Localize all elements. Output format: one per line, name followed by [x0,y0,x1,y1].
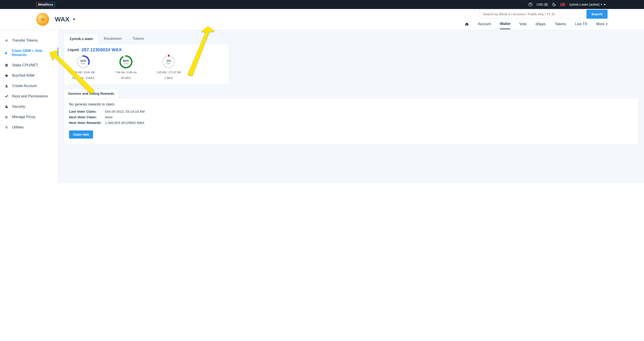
gauge-cpu-staked: 50 WAX [111,76,140,80]
sidebar-item-transfer[interactable]: Transfer Tokens [0,35,58,46]
gauge-ram-staked: 11.33083…8 WAX [68,76,98,80]
theme-toggle-icon[interactable] [552,2,556,6]
brand-logo[interactable]: Metallicus [36,2,55,7]
last-claim-value: Oct-26-2022, 03:18:14 AM [105,110,144,113]
wallet-summary-card: 1ymnk.c.wam Breakdown Tokens Liquid: 287… [64,34,229,84]
brand-text: Metallicus [37,2,55,7]
svg-rect-2 [5,64,8,65]
locale-flag[interactable] [560,3,565,6]
transfer-icon [4,38,8,42]
svg-rect-4 [5,66,8,66]
search-input[interactable] [480,10,584,19]
nav-home[interactable] [465,22,469,29]
liquid-value: 287.12350024 WAX [82,47,122,52]
gear-icon [4,125,8,129]
nav-livetx[interactable]: Live TX [575,22,587,29]
next-rewards-label: Next Voter Rewards: [69,121,105,124]
next-claim-value: Now! [105,115,113,119]
sidebar-item-create-account[interactable]: Create Account [0,81,58,91]
no-genesis-msg: No genesis rewards to claim. [69,102,634,106]
svg-point-6 [6,85,7,86]
row-next-rewards: Next Voter Rewards: 1,340,829.45129652 W… [69,121,634,124]
search-bar: Search [480,10,608,19]
svg-point-11 [6,127,7,128]
sidebar: Transfer Tokens Claim GBM + Vote Rewards… [0,30,58,183]
link-indicator-icon [601,4,602,5]
sidebar-item-claim-rewards[interactable]: Claim GBM + Vote Rewards [0,46,58,60]
gauge-ram-usage: 6.18 KB / 19.91 KB [68,70,98,75]
row-next-claim: Next Voter Claim: Now! [69,115,634,119]
nav-wallet[interactable]: Wallet [500,22,510,29]
gauge-net-label: NET [166,62,171,65]
stack-icon [4,63,8,67]
svg-point-9 [6,116,6,117]
main-content: 1ymnk.c.wam Breakdown Tokens Liquid: 287… [58,30,644,183]
user-icon [4,84,8,88]
account-dropdown[interactable]: 1ymnk.c.wam (active) [569,3,606,6]
gauge-cpu-pct: 90% [123,59,129,62]
sidebar-item-label: Create Account [12,84,37,88]
sidebar-item-label: Keys and Permissions [12,94,48,98]
claim-vote-button[interactable]: Claim Vote [69,130,93,138]
account-label: 1ymnk.c.wam (active) [569,3,600,6]
nav-more-label: More [596,22,604,26]
nav-account[interactable]: Account [478,22,491,29]
gauge-cpu: 90%CPU 7.84 ms / 8.68 ms 50 WAX [111,55,140,80]
main-nav: Account Wallet Vote dApps Tokens Live TX… [465,22,608,29]
liquid-label: Liquid: [68,48,80,52]
sidebar-item-label: Transfer Tokens [12,38,38,42]
body: Transfer Tokens Claim GBM + Vote Rewards… [0,30,644,183]
hand-icon [4,51,8,55]
tab-breakdown[interactable]: Breakdown [98,34,127,44]
sidebar-item-stake[interactable]: Stake CPU/NET [0,60,58,70]
chip-icon [4,74,8,78]
page-header: w WAX Search Account Wallet Vote dApps T… [0,9,644,30]
last-claim-label: Last Voter Claim: [69,110,105,113]
sidebar-item-label: Manage Proxy [12,115,35,119]
svg-rect-3 [5,65,8,66]
rewards-section: Genesis and Voting Rewards No genesis re… [64,88,638,145]
top-bar: Metallicus USD ($) 1ymnk.c.wam (active) [0,0,644,9]
row-last-claim: Last Voter Claim: Oct-26-2022, 03:18:14 … [69,110,634,113]
chain-name: WAX [55,16,70,23]
nav-dapps[interactable]: dApps [536,22,546,29]
svg-rect-5 [6,75,8,76]
caret-down-icon [606,24,608,25]
gauge-net-pct: 1% [166,59,171,62]
svg-point-7 [6,96,6,97]
chain-selector[interactable]: w WAX [36,13,75,26]
caret-down-icon [604,4,606,5]
next-claim-label: Next Voter Claim: [69,115,105,119]
sidebar-item-label: Claim GBM + Vote Rewards [12,49,54,57]
lock-icon [4,104,8,109]
search-button[interactable]: Search [586,10,608,19]
liquid-balance: Liquid: 287.12350024 WAX [68,47,225,52]
nav-vote[interactable]: Vote [519,22,526,29]
svg-point-1 [530,5,530,6]
gauge-ram-pct: 31% [80,59,86,62]
help-icon[interactable] [528,2,532,6]
next-rewards-value: 1,340,829.45129652 WAX [105,121,144,124]
sidebar-item-ram[interactable]: Buy/Sell RAM [0,70,58,81]
sidebar-item-label: Buy/Sell RAM [12,74,34,78]
currency-selector[interactable]: USD ($) [536,3,548,6]
tab-tokens[interactable]: Tokens [127,34,150,44]
nav-tokens[interactable]: Tokens [555,22,566,29]
tab-account[interactable]: 1ymnk.c.wam [64,34,98,44]
gauge-ram-label: RAM [81,62,86,65]
gauge-net: 1%NET 2.45 KB / 171.97 KB 1 WAX [154,55,183,80]
sidebar-item-label: Utilities [12,125,24,129]
gauge-net-usage: 2.45 KB / 171.97 KB [154,70,183,75]
sidebar-item-label: Stake CPU/NET [12,63,38,67]
sidebar-item-security[interactable]: Security [0,102,58,112]
svg-point-10 [7,116,8,117]
tab-genesis-rewards[interactable]: Genesis and Voting Rewards [64,88,119,98]
sidebar-item-utilities[interactable]: Utilities [0,122,58,132]
nav-more[interactable]: More [596,22,608,29]
gauge-cpu-label: CPU [124,62,128,65]
gauge-cpu-usage: 7.84 ms / 8.68 ms [111,70,140,75]
sidebar-item-proxy[interactable]: Manage Proxy [0,112,58,122]
gauge-net-staked: 1 WAX [154,76,183,80]
users-icon [4,115,8,119]
sidebar-item-keys[interactable]: Keys and Permissions [0,91,58,102]
